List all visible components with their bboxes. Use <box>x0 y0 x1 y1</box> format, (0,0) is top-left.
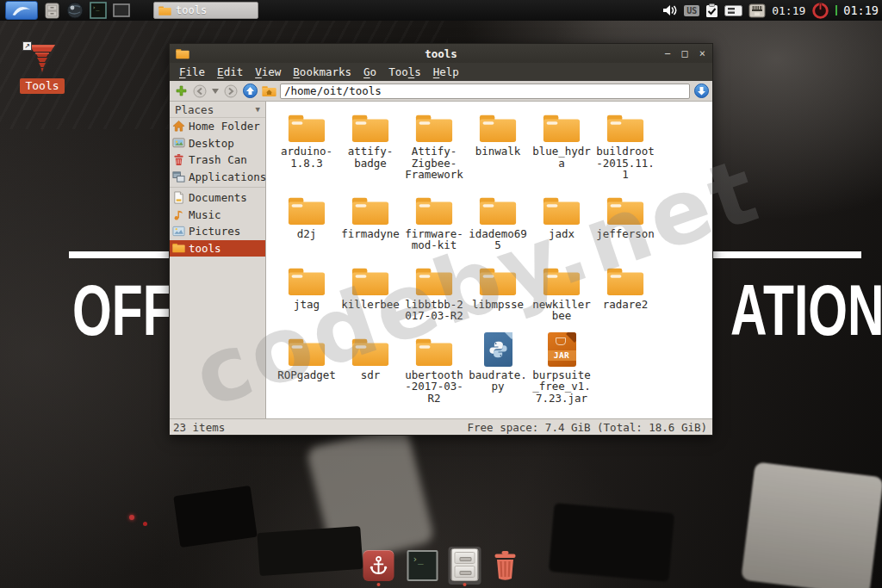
home-button[interactable] <box>261 84 276 99</box>
background-blob <box>306 424 435 566</box>
file-item[interactable]: idademo69 5 <box>466 191 530 251</box>
window-titlebar[interactable]: tools − □ × <box>170 44 712 63</box>
panel-clock[interactable]: 01:19 <box>772 4 805 17</box>
dock-item-terminal[interactable]: ›_ <box>405 548 441 585</box>
close-button[interactable]: × <box>699 44 705 63</box>
sidebar-item-label: Documents <box>189 191 247 204</box>
desktop-icon-tools[interactable]: ↗ Tools <box>16 40 69 94</box>
menu-tools[interactable]: Tools <box>382 63 427 81</box>
file-item[interactable]: blue_hydr a <box>530 108 593 181</box>
desktop-window-icon[interactable] <box>112 1 131 20</box>
background-led <box>129 515 134 520</box>
address-bar[interactable] <box>280 84 690 99</box>
file-label: buildroot -2015.11. 1 <box>596 145 655 181</box>
terminal-icon[interactable]: ›_ <box>89 1 108 20</box>
file-item[interactable]: firmadyne <box>339 191 402 251</box>
folder-icon <box>543 191 581 226</box>
file-label: sdr <box>361 369 381 381</box>
sidebar-item-trash-can[interactable]: Trash Can <box>170 152 265 169</box>
sidebar-item-desktop[interactable]: Desktop <box>170 135 265 152</box>
dock-item-trash[interactable] <box>489 548 522 585</box>
system-tray: US 01:19 01:19 <box>662 0 880 21</box>
file-item[interactable]: radare2 <box>593 262 657 322</box>
file-item[interactable]: JARburpsuite _free_v1. 7.23.jar <box>530 332 593 405</box>
menu-help[interactable]: Help <box>427 63 465 81</box>
sidebar-item-tools[interactable]: tools <box>170 240 265 257</box>
file-label: Attify- Zigbee- Framework <box>405 145 463 181</box>
globe-browser-icon[interactable] <box>65 1 84 20</box>
python-file-icon <box>484 332 512 367</box>
menu-swoosh-icon[interactable] <box>5 1 38 20</box>
file-item[interactable]: ROPgadget <box>275 332 339 405</box>
chevron-down-icon: ▼ <box>256 105 260 114</box>
sidebar-item-label: tools <box>189 242 221 255</box>
file-item[interactable]: binwalk <box>466 108 530 181</box>
jump-button[interactable] <box>693 84 709 99</box>
menu-bookmarks[interactable]: Bookmarks <box>287 63 357 81</box>
file-item[interactable]: jadx <box>530 191 593 251</box>
menu-view[interactable]: View <box>249 63 287 81</box>
sidebar-item-home-folder[interactable]: Home Folder <box>170 118 265 135</box>
usb-connector-icon[interactable] <box>724 5 742 16</box>
sidebar-item-label: Music <box>189 208 221 221</box>
up-button[interactable] <box>242 84 258 99</box>
sidebar-item-applications[interactable]: Applications <box>170 169 265 186</box>
folder-icon <box>415 191 453 226</box>
sidebar-item-documents[interactable]: Documents <box>170 189 265 207</box>
file-item[interactable]: jefferson <box>593 191 657 251</box>
file-item[interactable]: buildroot -2015.11. 1 <box>593 108 657 181</box>
folder-icon <box>288 191 326 226</box>
home-folder-icon <box>262 85 276 97</box>
sidebar-item-music[interactable]: Music <box>170 207 265 224</box>
back-button[interactable] <box>192 84 208 99</box>
running-indicator <box>463 583 467 586</box>
menu-go[interactable]: Go <box>357 63 382 81</box>
jar-file-icon: JAR <box>548 332 576 367</box>
up-arrow-icon <box>243 84 258 98</box>
sidebar-item-label: Trash Can <box>189 153 247 166</box>
folder-icon <box>351 332 389 367</box>
svg-text:›_: ›_ <box>92 4 100 11</box>
file-item[interactable]: libbtbb-2 017-03-R2 <box>402 262 466 322</box>
shortcut-arrow-badge: ↗ <box>22 41 32 51</box>
sidebar-item-label: Home Folder <box>189 120 260 133</box>
sidebar-header-label: Places <box>175 103 214 116</box>
file-item[interactable]: arduino- 1.8.3 <box>275 108 339 181</box>
file-item[interactable]: baudrate. py <box>466 332 530 405</box>
taskbar-item-tools[interactable]: tools <box>153 2 258 19</box>
sidebar-header[interactable]: Places ▼ <box>170 102 265 118</box>
dock-item-anchor[interactable] <box>361 548 397 585</box>
minimize-button[interactable]: − <box>664 44 670 63</box>
desktop: OFFE ATION ›_ tools US <box>0 0 882 588</box>
ethernet-icon[interactable] <box>748 3 766 18</box>
power-icon[interactable] <box>811 2 829 20</box>
status-bar: 23 items Free space: 7.4 GiB (Total: 18.… <box>170 418 712 435</box>
file-item[interactable]: Attify- Zigbee- Framework <box>402 108 466 181</box>
file-label: binwalk <box>475 145 521 158</box>
file-item[interactable]: libmpsse <box>466 262 530 322</box>
file-item[interactable]: d2j <box>275 191 339 251</box>
file-item[interactable]: jtag <box>275 262 339 322</box>
sidebar-item-pictures[interactable]: Pictures <box>170 223 265 240</box>
clipboard-check-icon[interactable] <box>705 3 718 18</box>
file-item[interactable]: ubertooth -2017-03- R2 <box>402 332 466 405</box>
menu-file[interactable]: File <box>173 63 211 81</box>
file-item[interactable]: newkiller bee <box>530 262 593 322</box>
file-cabinet-icon[interactable] <box>42 1 61 20</box>
keyboard-layout-badge[interactable]: US <box>684 5 699 16</box>
file-item[interactable]: sdr <box>339 332 402 405</box>
folder-icon <box>415 262 453 296</box>
down-arrow-button-icon <box>694 84 709 98</box>
forward-button[interactable] <box>223 84 239 99</box>
file-item[interactable]: killerbee <box>339 262 402 322</box>
maximize-button[interactable]: □ <box>682 44 688 63</box>
file-item[interactable]: attify- badge <box>339 108 402 181</box>
dock-item-file-cabinet[interactable] <box>449 547 481 585</box>
menu-edit[interactable]: Edit <box>211 63 249 81</box>
document-icon <box>172 191 185 204</box>
folder-icon <box>543 262 581 296</box>
speaker-icon[interactable] <box>662 4 678 16</box>
new-tab-button[interactable] <box>173 84 189 99</box>
file-item[interactable]: firmware- mod-kit <box>402 191 466 251</box>
history-dropdown[interactable] <box>211 84 220 99</box>
